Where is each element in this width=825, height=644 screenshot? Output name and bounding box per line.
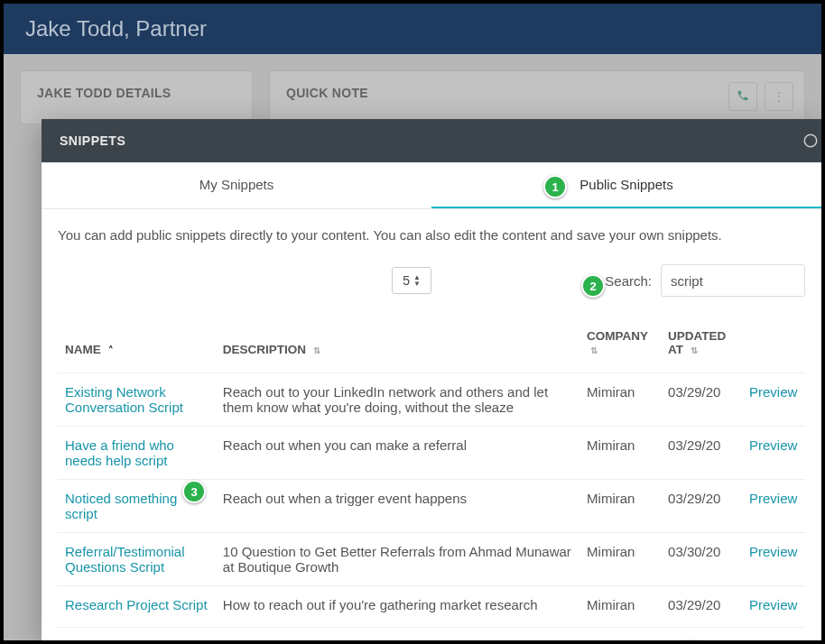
help-text: You can add public snippets directly to … [58,227,805,243]
snippet-name-link[interactable]: Research Project Script [65,597,208,612]
modal-title: SNIPPETS [60,133,125,148]
table-footer: Showing 1-5 of 7 (filtered from 20 total… [58,627,805,640]
preview-link[interactable]: Preview [749,597,797,612]
modal-header: SNIPPETS [42,119,821,162]
table-row: Have a friend who needs help scriptReach… [58,427,805,480]
preview-link[interactable]: Preview [749,384,797,400]
page-size-value: 5 [403,273,410,288]
table-row: Research Project ScriptHow to reach out … [58,586,805,624]
search-input[interactable] [661,264,805,297]
snippet-description: How to reach out if you're gathering mar… [216,586,579,624]
snippet-name-link[interactable]: Have a friend who needs help script [65,437,174,468]
close-icon [802,133,819,149]
snippet-company: Mimiran [579,427,661,480]
snippet-name-link[interactable]: Referral/Testimonial Questions Script [65,544,185,575]
annotation-badge-3: 3 [182,480,206,503]
snippet-description: Reach out when you can make a referral [216,427,579,480]
col-updated[interactable]: UPDATED AT ⇅ [661,322,742,373]
snippet-name-link[interactable]: Existing Network Conversation Script [65,384,183,415]
page-header: Jake Todd, Partner [4,4,821,54]
preview-link[interactable]: Preview [749,491,797,506]
snippet-company: Mimiran [579,533,661,586]
snippet-updated: 03/29/20 [661,373,742,427]
pager: First ‹ 1 2 › Last [611,639,798,640]
snippet-updated: 03/30/20 [661,533,742,586]
snippet-company: Mimiran [579,586,661,624]
snippets-table: NAME ˄ DESCRIPTION ⇅ COMPANY ⇅ UPDATED A… [58,322,805,623]
sort-icon: ⇅ [691,347,698,354]
page-size-select[interactable]: 5 ▲▼ [392,267,431,294]
preview-link[interactable]: Preview [749,544,797,559]
snippet-updated: 03/29/20 [661,480,742,533]
snippet-updated: 03/29/20 [661,427,742,480]
table-controls: 5 ▲▼ Search: [58,264,805,297]
search-label: Search: [605,273,652,289]
table-header-row: NAME ˄ DESCRIPTION ⇅ COMPANY ⇅ UPDATED A… [58,322,805,373]
pager-last[interactable]: Last [758,639,798,640]
table-row: Noticed something scriptReach out when a… [58,480,805,533]
tab-public-snippets[interactable]: Public Snippets [431,162,821,208]
sort-icon: ⇅ [590,347,598,354]
col-company[interactable]: COMPANY ⇅ [579,322,661,373]
snippet-company: Mimiran [579,373,661,427]
svg-point-0 [804,134,817,147]
page-title: Jake Todd, Partner [25,16,207,41]
snippet-updated: 03/29/20 [661,586,742,624]
annotation-badge-2: 2 [581,274,605,298]
pager-page-1[interactable]: 1 [680,639,703,640]
pager-first[interactable]: First [611,639,652,640]
snippet-description: 10 Question to Get Better Referrals from… [216,533,579,586]
sort-icon: ⇅ [313,347,320,354]
stepper-icon: ▲▼ [413,274,421,287]
snippet-company: Mimiran [579,480,661,533]
col-action [742,322,805,373]
col-description[interactable]: DESCRIPTION ⇅ [216,322,579,373]
close-button[interactable] [800,130,821,152]
annotation-badge-1: 1 [543,175,567,198]
snippet-description: Reach out to your LinkedIn network and o… [216,373,579,427]
snippets-modal: SNIPPETS My Snippets Public Snippets You… [42,119,821,640]
tabs: My Snippets Public Snippets [42,162,821,209]
preview-link[interactable]: Preview [749,437,797,453]
pager-page-2[interactable]: 2 [707,639,730,640]
table-row: Existing Network Conversation ScriptReac… [58,373,805,427]
pager-next[interactable]: › [734,639,755,640]
col-name[interactable]: NAME ˄ [58,322,216,373]
snippet-description: Reach out when a trigger event happens [216,480,579,533]
sort-asc-icon: ˄ [108,346,114,354]
table-row: Referral/Testimonial Questions Script10 … [58,533,805,586]
snippet-name-link[interactable]: Noticed something script [65,491,177,521]
tab-my-snippets[interactable]: My Snippets [42,162,431,208]
pager-prev[interactable]: ‹ [656,639,677,640]
